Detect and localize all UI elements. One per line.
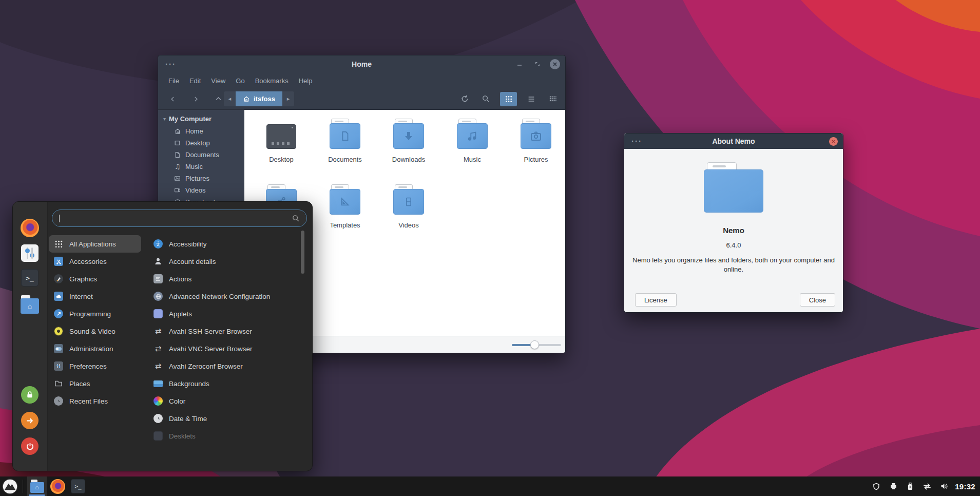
app-label: Date & Time bbox=[169, 415, 207, 423]
menubar-item-help[interactable]: Help bbox=[294, 75, 318, 87]
menu-scrollbar[interactable] bbox=[301, 231, 304, 274]
taskbar-terminal[interactable]: >_ bbox=[68, 476, 88, 496]
category-sound-video[interactable]: Sound & Video bbox=[49, 322, 141, 340]
refresh-icon[interactable] bbox=[458, 92, 471, 106]
app-label: Backgrounds bbox=[169, 380, 209, 388]
category-accessories[interactable]: Accessories bbox=[49, 253, 141, 270]
lock-screen-button[interactable] bbox=[21, 386, 39, 404]
printer-icon[interactable] bbox=[889, 482, 898, 491]
close-dialog-button[interactable]: Close bbox=[800, 293, 835, 307]
file-pictures[interactable]: Pictures bbox=[504, 114, 565, 180]
shutdown-button[interactable] bbox=[21, 437, 39, 455]
sidebar-item-pictures[interactable]: Pictures bbox=[158, 173, 244, 184]
file-music[interactable]: Music bbox=[440, 114, 504, 180]
sidebar-section-my-computer[interactable]: ▾ My Computer bbox=[158, 114, 244, 125]
sidebar-item-videos[interactable]: Videos bbox=[158, 184, 244, 196]
search-input[interactable] bbox=[52, 210, 306, 226]
up-button[interactable] bbox=[214, 94, 223, 104]
app-avahi-zeroconf[interactable]: ⇄ Avahi Zeroconf Browser bbox=[148, 357, 306, 375]
app-label: Account details bbox=[169, 258, 216, 265]
taskbar-firefox[interactable] bbox=[48, 476, 67, 496]
minimize-button[interactable] bbox=[514, 59, 525, 70]
app-menu: >_ ⌂ All Applications bbox=[12, 201, 313, 471]
favorite-firefox[interactable] bbox=[20, 218, 40, 238]
menubar-item-edit[interactable]: Edit bbox=[184, 75, 206, 87]
license-button[interactable]: License bbox=[635, 293, 677, 307]
breadcrumb-left-icon[interactable]: ◂ bbox=[224, 91, 236, 106]
file-desktop[interactable]: Desktop bbox=[249, 114, 313, 180]
nemo-titlebar[interactable]: ··· Home bbox=[158, 55, 565, 73]
app-account-details[interactable]: Account details bbox=[148, 253, 306, 270]
menubar-item-go[interactable]: Go bbox=[230, 75, 249, 87]
category-programming[interactable]: Programming bbox=[49, 305, 141, 322]
file-documents[interactable]: Documents bbox=[313, 114, 377, 180]
app-avahi-ssh[interactable]: ⇄ Avahi SSH Server Browser bbox=[148, 322, 306, 340]
taskbar-separator bbox=[23, 480, 23, 493]
network-swap-icon[interactable] bbox=[923, 482, 932, 491]
menu-launcher-logo[interactable] bbox=[2, 479, 18, 494]
app-backgrounds[interactable]: Backgrounds bbox=[148, 375, 306, 392]
app-avahi-vnc[interactable]: ⇄ Avahi VNC Server Browser bbox=[148, 340, 306, 357]
file-label: Pictures bbox=[524, 156, 548, 163]
sidebar-item-music[interactable]: ♫ Music bbox=[158, 161, 244, 173]
app-actions[interactable]: Actions bbox=[148, 270, 306, 288]
app-color[interactable]: Color bbox=[148, 392, 306, 410]
breadcrumb-current-button[interactable]: itsfoss bbox=[236, 91, 282, 106]
dialog-titlebar[interactable]: ··· About Nemo ✕ bbox=[624, 133, 843, 149]
forward-button[interactable] bbox=[191, 94, 200, 104]
back-button[interactable] bbox=[168, 94, 178, 104]
close-icon[interactable]: ✕ bbox=[829, 137, 838, 146]
removable-drive-icon[interactable] bbox=[906, 482, 915, 491]
clock-icon bbox=[153, 413, 163, 424]
file-downloads[interactable]: Downloads bbox=[377, 114, 440, 180]
menubar-item-file[interactable]: File bbox=[163, 75, 184, 87]
favorites-column: >_ ⌂ bbox=[13, 202, 48, 471]
category-internet[interactable]: Internet bbox=[49, 288, 141, 305]
music-icon: ♫ bbox=[174, 163, 181, 170]
logout-button[interactable] bbox=[21, 412, 39, 429]
volume-icon[interactable] bbox=[939, 482, 949, 491]
app-date-time[interactable]: Date & Time bbox=[148, 410, 306, 427]
grid-view-button[interactable] bbox=[500, 92, 517, 106]
sidebar-item-home[interactable]: Home bbox=[158, 125, 244, 137]
favorite-terminal[interactable]: >_ bbox=[20, 268, 40, 288]
menubar-item-view[interactable]: View bbox=[206, 75, 230, 87]
expander-caret-icon[interactable]: ▾ bbox=[163, 116, 166, 122]
taskbar-files[interactable]: ⌂ bbox=[27, 476, 47, 496]
app-accessibility[interactable]: Accessibility bbox=[148, 235, 306, 253]
favorite-system-settings[interactable] bbox=[20, 243, 40, 263]
app-applets[interactable]: Applets bbox=[148, 305, 306, 322]
globe-icon bbox=[153, 291, 163, 301]
file-templates[interactable]: Templates bbox=[313, 180, 377, 245]
list-view-button[interactable] bbox=[525, 92, 538, 106]
administration-icon bbox=[53, 344, 64, 354]
breadcrumb-right-icon[interactable]: ▸ bbox=[282, 91, 294, 106]
category-all-applications[interactable]: All Applications bbox=[49, 235, 141, 253]
category-preferences[interactable]: Preferences bbox=[49, 357, 141, 375]
file-label: Videos bbox=[398, 221, 419, 229]
category-label: Accessories bbox=[69, 258, 107, 265]
search-icon[interactable] bbox=[479, 92, 492, 106]
category-list: All Applications Accessories Graphics In… bbox=[49, 235, 141, 410]
taskbar-clock[interactable]: 19:32 bbox=[955, 482, 975, 491]
favorite-files[interactable]: ⌂ bbox=[20, 295, 40, 314]
terminal-icon: >_ bbox=[71, 479, 85, 493]
menubar-item-bookmarks[interactable]: Bookmarks bbox=[250, 75, 294, 87]
window-title: Home bbox=[158, 60, 565, 68]
close-button[interactable] bbox=[550, 59, 560, 69]
zoom-slider[interactable] bbox=[512, 336, 561, 353]
app-advanced-network-configuration[interactable]: Advanced Network Configuration bbox=[148, 288, 306, 305]
sidebar-item-desktop[interactable]: Desktop bbox=[158, 137, 244, 149]
compact-view-button[interactable] bbox=[546, 92, 559, 106]
category-recent-files[interactable]: Recent Files bbox=[49, 392, 141, 410]
shield-icon[interactable] bbox=[872, 482, 881, 491]
category-administration[interactable]: Administration bbox=[49, 340, 141, 357]
category-graphics[interactable]: Graphics bbox=[49, 270, 141, 288]
file-videos[interactable]: Videos bbox=[377, 180, 440, 245]
category-places[interactable]: Places bbox=[49, 375, 141, 392]
zoom-slider-handle[interactable] bbox=[530, 340, 539, 349]
sidebar-item-documents[interactable]: Documents bbox=[158, 149, 244, 161]
app-desklets[interactable]: Desklets bbox=[148, 427, 306, 445]
maximize-button[interactable] bbox=[532, 59, 543, 70]
sidebar-section-label: My Computer bbox=[169, 115, 212, 123]
